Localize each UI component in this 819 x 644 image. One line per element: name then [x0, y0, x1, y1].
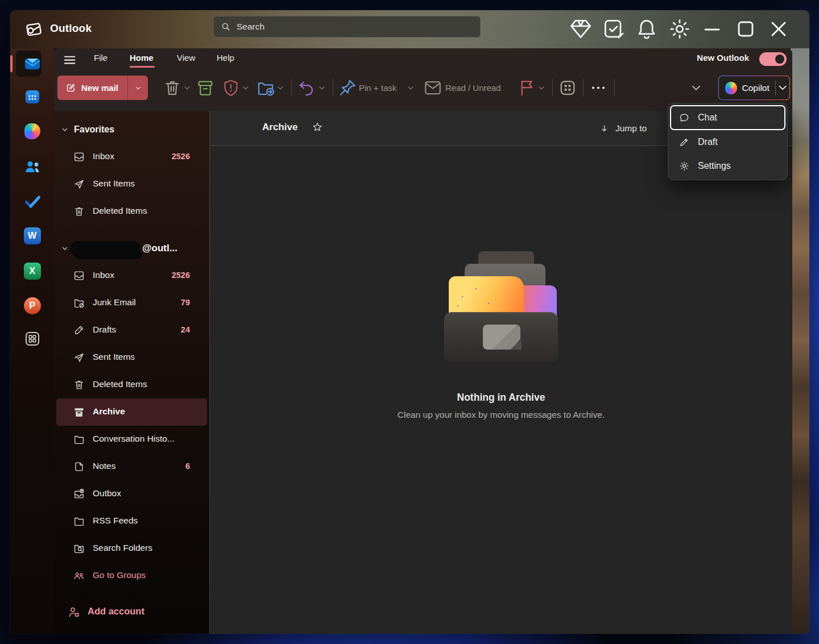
inbox-icon	[73, 151, 85, 163]
flag-dropdown-icon[interactable]	[536, 76, 547, 100]
menu-home[interactable]: Home	[130, 53, 154, 63]
more-options-icon[interactable]	[588, 76, 609, 100]
folder-item-rss[interactable]: RSS Feeds	[56, 508, 207, 535]
menu-bar: File Home View Help New Outlook	[54, 48, 792, 70]
account-section-header[interactable]: @outl...	[54, 235, 209, 262]
ribbon: File Home View Help New Outlook New mail	[54, 48, 792, 111]
add-account-button[interactable]: Add account	[56, 599, 207, 626]
flag-icon[interactable]	[516, 76, 537, 100]
folder-item-junk[interactable]: Junk Email 79	[56, 289, 207, 317]
empty-state-title: Nothing in Archive	[457, 392, 545, 404]
unread-count: 79	[181, 298, 190, 307]
delete-dropdown-icon[interactable]	[182, 76, 192, 100]
folder-item-conversation-history[interactable]: Conversation Histo...	[56, 426, 207, 453]
rail-powerpoint-icon[interactable]: P	[10, 292, 54, 320]
settings-icon[interactable]	[663, 16, 696, 41]
folder-item-drafts[interactable]: Drafts 24	[56, 317, 207, 344]
delete-icon[interactable]	[162, 76, 183, 100]
read-unread-icon[interactable]	[423, 76, 443, 100]
toolbar: New mail Pin + task	[54, 71, 792, 105]
menu-view[interactable]: View	[177, 53, 195, 63]
toolbar-divider	[333, 79, 333, 97]
undo-dropdown-icon[interactable]	[317, 76, 327, 100]
rail-copilot-icon[interactable]	[10, 117, 54, 146]
folder-item-deleted[interactable]: Deleted Items	[56, 371, 207, 398]
drafts-icon	[73, 324, 85, 336]
menu-item-settings[interactable]: Settings	[670, 154, 785, 178]
new-mail-dropdown[interactable]	[127, 76, 148, 100]
new-mail-label: New mail	[81, 83, 118, 93]
menu-file[interactable]: File	[94, 53, 107, 63]
folder-item-notes[interactable]: Notes 6	[56, 453, 207, 480]
sent-icon	[73, 351, 85, 364]
rail-apps-icon[interactable]	[10, 325, 54, 353]
hamburger-menu-icon[interactable]	[61, 52, 77, 68]
rail-mail-icon[interactable]	[10, 49, 54, 78]
folder-item-sent[interactable]: Sent Items	[56, 344, 207, 371]
premium-icon[interactable]	[564, 16, 597, 41]
folder-label: Deleted Items	[93, 379, 147, 389]
rail-calendar-icon[interactable]	[10, 82, 54, 111]
redacted-account-name	[70, 241, 140, 256]
folder-item-sent[interactable]: Sent Items	[56, 171, 207, 198]
menu-item-draft[interactable]: Draft	[670, 130, 785, 154]
search-input[interactable]	[237, 22, 473, 32]
folder-label: Inbox	[93, 270, 114, 280]
outbox-icon	[73, 488, 85, 500]
folder-label: Sent Items	[93, 352, 135, 362]
maximize-button[interactable]	[729, 16, 762, 41]
folder-item-outbox[interactable]: Outbox	[56, 480, 207, 508]
move-to-folder-icon[interactable]	[255, 76, 276, 100]
notifications-icon[interactable]	[630, 16, 663, 41]
report-dropdown-icon[interactable]	[241, 76, 251, 100]
copilot-dropdown-icon[interactable]	[776, 81, 789, 94]
folder-item-archive-selected[interactable]: Archive	[56, 398, 207, 426]
move-dropdown-icon[interactable]	[275, 76, 286, 100]
folder-label: Go to Groups	[93, 570, 146, 580]
rail-todo-icon[interactable]	[10, 187, 54, 215]
go-to-groups[interactable]: Go to Groups	[56, 562, 207, 589]
read-unread-label[interactable]: Read / Unread	[445, 76, 501, 100]
jump-to-button[interactable]: Jump to	[595, 119, 651, 138]
pin-dropdown-icon[interactable]	[406, 76, 416, 100]
menu-help[interactable]: Help	[217, 53, 234, 63]
rail-people-icon[interactable]	[10, 152, 54, 181]
favorites-section-header[interactable]: Favorites	[54, 116, 209, 143]
menu-item-label: Chat	[698, 113, 717, 123]
pin-task-label[interactable]: Pin + task	[359, 76, 396, 100]
pin-icon[interactable]	[337, 76, 358, 100]
folder-item-deleted[interactable]: Deleted Items	[56, 198, 207, 225]
menu-item-chat[interactable]: Chat	[670, 105, 785, 130]
undo-icon[interactable]	[296, 76, 317, 100]
minimize-button[interactable]	[696, 16, 729, 41]
unread-count: 2526	[172, 152, 190, 161]
folder-label: Junk Email	[93, 297, 136, 308]
tasks-check-icon[interactable]	[597, 16, 630, 41]
folder-item-inbox[interactable]: Inbox 2526	[56, 262, 207, 289]
rail-excel-icon[interactable]: X	[10, 257, 54, 285]
new-mail-button[interactable]: New mail	[57, 76, 148, 100]
report-shield-icon[interactable]	[221, 76, 241, 100]
sent-icon	[73, 178, 85, 190]
new-outlook-label: New Outlook	[697, 53, 749, 63]
new-outlook-toggle[interactable]	[759, 52, 787, 66]
folder-item-search-folders[interactable]: Search Folders	[56, 535, 207, 562]
archive-icon[interactable]	[195, 76, 216, 100]
toolbar-divider	[614, 79, 615, 97]
favorite-star-icon[interactable]	[311, 121, 324, 134]
close-button[interactable]	[762, 16, 795, 41]
pencil-icon	[679, 136, 690, 148]
folder-label: Notes	[93, 461, 116, 471]
chevron-down-icon	[60, 125, 69, 134]
active-menu-underline	[130, 66, 155, 68]
toolbar-divider	[583, 79, 584, 97]
folder-label: Sent Items	[93, 178, 135, 189]
folder-item-inbox[interactable]: Inbox 2526	[56, 143, 207, 171]
copilot-button[interactable]: Copilot	[718, 76, 790, 100]
rail-word-icon[interactable]: W	[10, 222, 54, 250]
apps-grid-icon[interactable]	[557, 76, 578, 100]
jump-to-label: Jump to	[615, 123, 647, 134]
ribbon-collapse-icon[interactable]	[689, 76, 704, 100]
search-box[interactable]	[213, 16, 481, 38]
unread-count: 2526	[172, 271, 190, 280]
